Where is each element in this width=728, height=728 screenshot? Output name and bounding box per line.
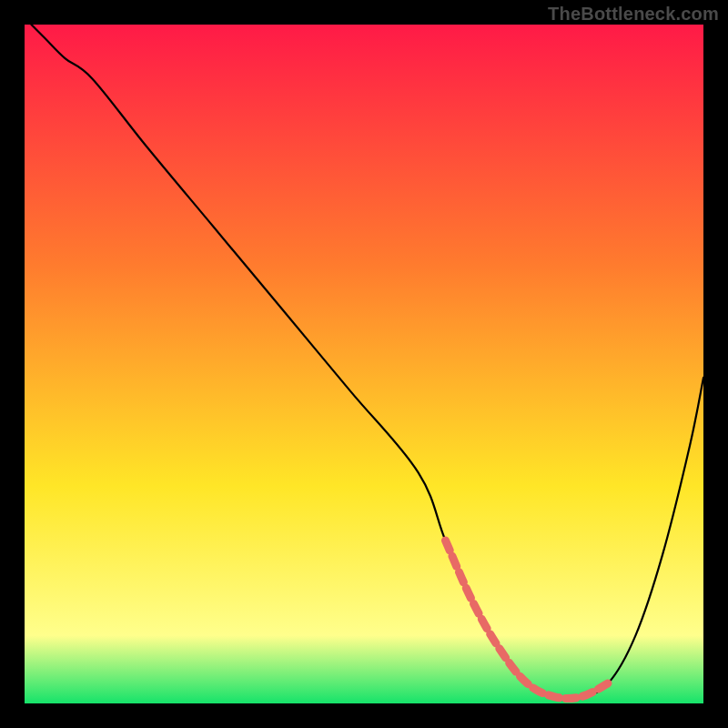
watermark-text: TheBottleneck.com — [548, 4, 719, 25]
plot-area — [25, 25, 703, 703]
gradient-background — [25, 25, 703, 703]
chart-svg — [25, 25, 703, 703]
chart-frame: TheBottleneck.com — [0, 0, 728, 728]
